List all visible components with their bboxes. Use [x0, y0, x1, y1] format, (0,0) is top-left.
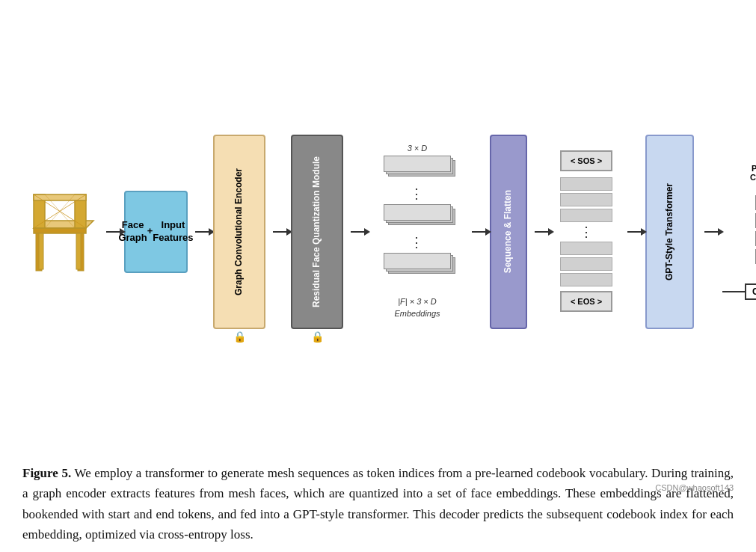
- caption-text: We employ a transformer to generate mesh…: [22, 466, 734, 542]
- face-graph-box: Face Graph + Input Features: [124, 191, 188, 273]
- arrow-3: [273, 231, 288, 233]
- ce-loss-connector: CE Loss: [722, 269, 756, 300]
- face-graph-plus: +: [147, 225, 153, 238]
- token-sheet-2: [560, 193, 612, 206]
- predicted-codebook-col: PredictedCodebookIndices CE Loss: [722, 164, 756, 300]
- arrow-1: [106, 231, 121, 233]
- gpt-label: GPT-Style Transformer: [664, 183, 676, 280]
- embed-bottom-label: |F| × 3 × DEmbeddings: [394, 296, 440, 319]
- token-sheet-1: [560, 177, 612, 191]
- embed-dots-2: ⋮: [410, 234, 423, 251]
- token-sheet-6: [560, 273, 612, 286]
- caption-area: Figure 5. We employ a transformer to gen…: [15, 463, 741, 545]
- gpt-block: GPT-Style Transformer: [645, 135, 694, 329]
- diagram-area: Face Graph + Input Features Graph Convol…: [15, 7, 741, 448]
- embed-stack: ⋮ ⋮: [376, 156, 458, 290]
- arrow-2: [195, 231, 210, 233]
- face-graph-features: Input Features: [153, 219, 193, 245]
- token-sheet-3: [560, 209, 612, 222]
- watermark: CSDN@whaosoft143: [655, 483, 734, 492]
- embed-dots-1: ⋮: [410, 185, 423, 202]
- svg-marker-4: [34, 228, 86, 233]
- sequence-block: Sequence & Flatten: [490, 135, 527, 329]
- main-container: Face Graph + Input Features Graph Convol…: [0, 0, 756, 552]
- sos-token: < SOS >: [560, 150, 612, 171]
- token-area: < SOS > ⋮ < EOS >: [553, 135, 620, 329]
- token-dots: ⋮: [580, 224, 593, 240]
- svg-rect-8: [76, 233, 81, 269]
- arrow-4: [351, 231, 366, 233]
- arrow-6: [535, 231, 550, 233]
- encoder-label: Graph Convolutional Encoder: [233, 168, 245, 295]
- figure-label: Figure 5.: [22, 466, 71, 480]
- eos-token: < EOS >: [560, 291, 612, 312]
- lock-icon-2: 🔒: [311, 331, 324, 343]
- arrow-8: [704, 231, 719, 233]
- quant-block: Residual Face Quantization Module 🔒: [291, 135, 343, 329]
- token-sheet-5: [560, 257, 612, 271]
- encoder-block: Graph Convolutional Encoder 🔒: [213, 135, 265, 329]
- embeddings-area: 3 × D ⋮ ⋮: [369, 144, 466, 319]
- token-sheet-4: [560, 242, 612, 255]
- sequence-label: Sequence & Flatten: [503, 190, 514, 273]
- chair-image: [22, 187, 97, 277]
- lock-icon-1: 🔒: [233, 331, 246, 343]
- output-area: PredictedCodebookIndices CE Loss: [722, 164, 756, 300]
- ce-loss-box: CE Loss: [745, 283, 756, 300]
- arrow-5: [472, 231, 487, 233]
- quant-label: Residual Face Quantization Module: [311, 156, 323, 307]
- predicted-label: PredictedCodebookIndices: [744, 164, 756, 191]
- svg-rect-7: [39, 233, 43, 269]
- arrow-7: [627, 231, 642, 233]
- embed-top-label: 3 × D: [408, 144, 428, 153]
